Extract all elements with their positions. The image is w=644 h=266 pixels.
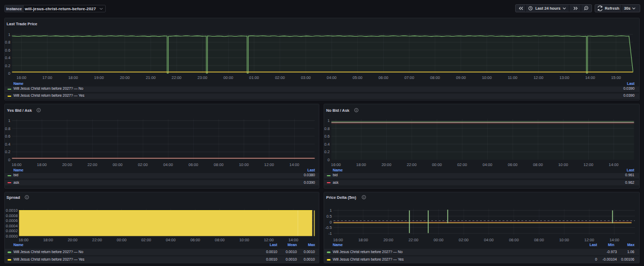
svg-text:1: 1 bbox=[330, 208, 332, 213]
svg-text:0.2: 0.2 bbox=[5, 63, 10, 68]
svg-text:07:00: 07:00 bbox=[404, 75, 414, 80]
svg-text:08:00: 08:00 bbox=[430, 75, 440, 80]
svg-text:22:00: 22:00 bbox=[408, 238, 418, 242]
svg-text:0.2: 0.2 bbox=[5, 149, 10, 154]
svg-text:-1: -1 bbox=[328, 231, 332, 236]
svg-text:1: 1 bbox=[8, 118, 10, 123]
svg-text:0.5: 0.5 bbox=[326, 214, 332, 219]
svg-text:10:00: 10:00 bbox=[558, 162, 568, 167]
svg-text:0.6: 0.6 bbox=[324, 134, 330, 139]
svg-text:06:00: 06:00 bbox=[508, 162, 517, 167]
svg-text:10:00: 10:00 bbox=[482, 75, 492, 80]
svg-text:0.0008: 0.0008 bbox=[6, 213, 18, 218]
svg-text:0.0000: 0.0000 bbox=[6, 234, 18, 239]
svg-text:0: 0 bbox=[8, 71, 10, 76]
svg-text:0.4: 0.4 bbox=[5, 55, 10, 60]
svg-text:0.8: 0.8 bbox=[5, 126, 10, 131]
svg-text:02:00: 02:00 bbox=[141, 238, 151, 242]
svg-text:00:00: 00:00 bbox=[434, 238, 443, 242]
svg-text:02:00: 02:00 bbox=[457, 162, 467, 167]
svg-text:12:00: 12:00 bbox=[264, 238, 274, 242]
svg-text:20:00: 20:00 bbox=[120, 75, 130, 80]
svg-text:0: 0 bbox=[327, 157, 330, 162]
svg-text:06:00: 06:00 bbox=[188, 162, 198, 167]
svg-text:01:00: 01:00 bbox=[249, 75, 259, 80]
svg-text:22:00: 22:00 bbox=[172, 75, 181, 80]
svg-text:20:00: 20:00 bbox=[382, 162, 391, 167]
svg-text:14:00: 14:00 bbox=[610, 238, 619, 242]
svg-text:04:00: 04:00 bbox=[484, 238, 494, 242]
svg-text:18:00: 18:00 bbox=[68, 75, 78, 80]
svg-text:06:00: 06:00 bbox=[378, 75, 388, 80]
svg-text:0.4: 0.4 bbox=[5, 142, 10, 147]
svg-text:16:00: 16:00 bbox=[12, 162, 21, 167]
svg-text:18:00: 18:00 bbox=[37, 162, 47, 167]
svg-text:22:00: 22:00 bbox=[87, 162, 97, 167]
svg-text:-0.5: -0.5 bbox=[325, 225, 332, 230]
svg-text:04:00: 04:00 bbox=[327, 75, 336, 80]
svg-text:0.0010: 0.0010 bbox=[6, 208, 18, 213]
svg-text:02:00: 02:00 bbox=[275, 75, 285, 80]
svg-text:12:00: 12:00 bbox=[583, 162, 593, 167]
svg-text:23:00: 23:00 bbox=[197, 75, 207, 80]
svg-text:04:00: 04:00 bbox=[482, 162, 492, 167]
svg-text:0.8: 0.8 bbox=[5, 40, 10, 45]
svg-text:06:00: 06:00 bbox=[509, 238, 518, 242]
svg-text:14:00: 14:00 bbox=[289, 162, 299, 167]
svg-text:14:00: 14:00 bbox=[288, 238, 298, 242]
svg-text:00:00: 00:00 bbox=[223, 75, 233, 80]
svg-text:05:00: 05:00 bbox=[353, 75, 362, 80]
svg-text:0.2: 0.2 bbox=[324, 149, 330, 154]
svg-text:18:00: 18:00 bbox=[358, 238, 368, 242]
svg-text:03:00: 03:00 bbox=[301, 75, 311, 80]
svg-text:0: 0 bbox=[8, 157, 10, 162]
svg-text:14:00: 14:00 bbox=[586, 75, 595, 80]
svg-text:16:00: 16:00 bbox=[333, 238, 343, 242]
svg-text:02:00: 02:00 bbox=[459, 238, 469, 242]
svg-text:16:00: 16:00 bbox=[19, 238, 28, 242]
svg-text:1: 1 bbox=[8, 32, 10, 37]
svg-text:00:00: 00:00 bbox=[113, 162, 122, 167]
svg-text:14:00: 14:00 bbox=[609, 162, 618, 167]
svg-text:00:00: 00:00 bbox=[117, 238, 127, 242]
svg-text:12:00: 12:00 bbox=[533, 75, 543, 80]
svg-text:10:00: 10:00 bbox=[239, 162, 248, 167]
svg-text:12:00: 12:00 bbox=[264, 162, 274, 167]
svg-text:0: 0 bbox=[330, 220, 332, 225]
svg-text:20:00: 20:00 bbox=[62, 162, 72, 167]
svg-text:10:00: 10:00 bbox=[559, 238, 569, 242]
svg-text:06:00: 06:00 bbox=[191, 238, 200, 242]
svg-text:0.6: 0.6 bbox=[5, 48, 10, 53]
svg-text:12:00: 12:00 bbox=[584, 238, 594, 242]
svg-text:08:00: 08:00 bbox=[534, 238, 544, 242]
svg-text:08:00: 08:00 bbox=[214, 162, 223, 167]
svg-text:22:00: 22:00 bbox=[407, 162, 416, 167]
svg-text:11:00: 11:00 bbox=[508, 75, 517, 80]
svg-text:0.0004: 0.0004 bbox=[6, 224, 18, 228]
svg-text:16:00: 16:00 bbox=[331, 162, 341, 167]
svg-text:13:00: 13:00 bbox=[559, 75, 569, 80]
svg-text:08:00: 08:00 bbox=[215, 238, 224, 242]
svg-text:0.4: 0.4 bbox=[324, 142, 330, 147]
svg-text:15:00: 15:00 bbox=[611, 75, 621, 80]
svg-text:0.0002: 0.0002 bbox=[6, 228, 18, 233]
svg-text:09:00: 09:00 bbox=[456, 75, 466, 80]
svg-text:22:00: 22:00 bbox=[92, 238, 102, 242]
svg-text:08:00: 08:00 bbox=[533, 162, 543, 167]
svg-text:04:00: 04:00 bbox=[166, 238, 175, 242]
svg-text:00:00: 00:00 bbox=[432, 162, 442, 167]
svg-text:20:00: 20:00 bbox=[68, 238, 77, 242]
svg-text:18:00: 18:00 bbox=[43, 238, 53, 242]
svg-text:16:00: 16:00 bbox=[17, 75, 26, 80]
svg-text:18:00: 18:00 bbox=[356, 162, 366, 167]
svg-text:19:00: 19:00 bbox=[94, 75, 104, 80]
svg-text:10:00: 10:00 bbox=[239, 238, 249, 242]
svg-text:1: 1 bbox=[327, 118, 330, 123]
svg-text:20:00: 20:00 bbox=[383, 238, 393, 242]
svg-text:0.0006: 0.0006 bbox=[6, 218, 18, 223]
svg-text:0.6: 0.6 bbox=[5, 134, 10, 139]
svg-text:21:00: 21:00 bbox=[146, 75, 156, 80]
svg-text:17:00: 17:00 bbox=[42, 75, 52, 80]
svg-text:04:00: 04:00 bbox=[163, 162, 173, 167]
svg-text:0.8: 0.8 bbox=[324, 126, 330, 131]
